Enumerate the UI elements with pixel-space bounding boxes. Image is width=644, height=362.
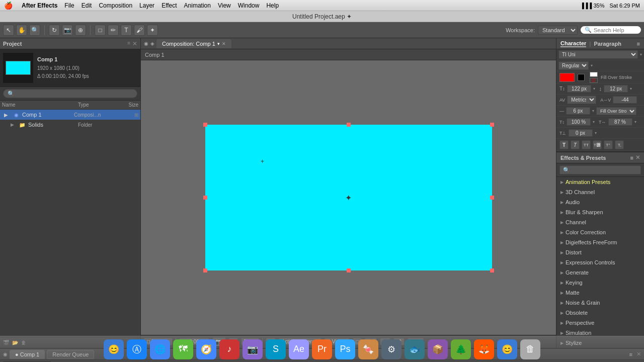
dock-icon-trash[interactable]: 🗑 (520, 339, 540, 359)
dock-icon-iphoto[interactable]: 📷 (243, 339, 263, 359)
menu-animation[interactable]: Animation (184, 2, 211, 9)
handle-bc[interactable] (347, 268, 351, 273)
tool-pen[interactable]: ✏ (108, 25, 119, 36)
tool-zoom[interactable]: 🔍 (29, 25, 40, 36)
tab-character[interactable]: Character (560, 40, 586, 47)
handle-br[interactable] (490, 268, 494, 273)
leading-input[interactable] (604, 85, 628, 93)
apple-menu[interactable]: 🍎 (4, 2, 13, 10)
effect-item-digieffects-freeform[interactable]: ▶Digieffects FreeForm (556, 237, 644, 247)
tool-rotate[interactable]: ↻ (49, 25, 60, 36)
workspace-select[interactable]: Standard Minimal All Panels (538, 26, 578, 35)
reset-fill[interactable] (590, 72, 598, 77)
dock-icon-app7[interactable]: ⚙ (381, 339, 401, 359)
effect-item-color-correction[interactable]: ▶Color Correction (556, 227, 644, 237)
dock-icon-finder2[interactable]: 😊 (497, 339, 517, 359)
effect-item-expression-controls[interactable]: ▶Expression Controls (556, 257, 644, 267)
menu-layer[interactable]: Layer (139, 2, 154, 9)
menu-help[interactable]: Help (266, 2, 279, 9)
baseline-input[interactable] (569, 129, 593, 137)
stroke-type-select[interactable]: Fill Over Stroke Stroke Over Fill (596, 107, 636, 115)
project-search-input[interactable] (3, 89, 137, 98)
dock-icon-safari[interactable]: 🧭 (196, 339, 216, 359)
file-row-comp1[interactable]: ▶ ◉ Comp 1 Composi...n ⊞ (0, 110, 140, 120)
dock-icon-premiere[interactable]: Pr (312, 339, 332, 359)
style-select[interactable]: Regular Bold Italic (558, 61, 589, 70)
dock-icon-app8[interactable]: 🐟 (405, 339, 425, 359)
effect-item-3d-channel[interactable]: ▶3D Channel (556, 187, 644, 197)
tool-rect[interactable]: □ (95, 25, 106, 36)
tool-camera[interactable]: 📷 (62, 25, 73, 36)
effect-item-distort[interactable]: ▶Distort (556, 247, 644, 257)
effect-item-animation-presets[interactable]: ▶Animation Presets (556, 177, 644, 187)
effects-panel-close[interactable]: ✕ (635, 154, 640, 161)
font-select[interactable]: TI Uni (558, 50, 638, 59)
project-panel-close[interactable]: ✕ (132, 40, 137, 47)
vert-scale-input[interactable] (567, 118, 591, 126)
effect-item-blur-&-sharpen[interactable]: ▶Blur & Sharpen (556, 207, 644, 217)
comp-tab-close[interactable]: ✕ (222, 41, 226, 46)
dock-icon-firefox[interactable]: 🦊 (474, 339, 494, 359)
stroke-width-input[interactable] (566, 107, 590, 115)
tab-paragraph[interactable]: Paragraph (594, 41, 621, 47)
handle-bl[interactable] (203, 268, 207, 273)
dock-icon-app6[interactable]: 🍬 (358, 339, 378, 359)
effect-item-channel[interactable]: ▶Channel (556, 217, 644, 227)
char-panel-menu[interactable]: ≡ (637, 41, 640, 47)
dock-icon-itunes[interactable]: ♪ (219, 339, 239, 359)
menu-edit[interactable]: Edit (82, 2, 92, 9)
super-btn[interactable]: T⁺ (604, 140, 613, 149)
tool-text[interactable]: T (121, 25, 132, 36)
effect-item-obsolete[interactable]: ▶Obsolete (556, 308, 644, 318)
handle-tl[interactable] (203, 123, 207, 127)
stroke-color-swatch[interactable] (578, 74, 585, 81)
dock-icon-finder[interactable]: 😊 (104, 339, 124, 359)
handle-ml[interactable] (203, 196, 207, 200)
composition-canvas[interactable]: ✦ + (205, 125, 492, 270)
italic-btn[interactable]: T (571, 140, 580, 149)
tool-select[interactable]: ↖ (3, 25, 14, 36)
search-help-input[interactable] (594, 27, 639, 33)
no-fill[interactable]: ∅ (590, 78, 598, 83)
dock-icon-appstore[interactable]: Ⓐ (127, 339, 147, 359)
font-size-input[interactable] (567, 85, 591, 93)
effect-item-audio[interactable]: ▶Audio (556, 197, 644, 207)
tool-stamp[interactable]: ✦ (147, 25, 158, 36)
dock-icon-app9[interactable]: 📦 (428, 339, 448, 359)
effect-item-keying[interactable]: ▶Keying (556, 278, 644, 288)
handle-mr[interactable] (490, 196, 494, 200)
menu-composition[interactable]: Composition (99, 2, 132, 9)
handle-tc[interactable] (347, 123, 351, 127)
horiz-scale-input[interactable] (608, 118, 632, 126)
comp-tab-main[interactable]: Composition: Comp 1 ▾ ✕ (156, 39, 231, 48)
dock-icon-chrome[interactable]: 🌐 (150, 339, 170, 359)
effects-panel-menu[interactable]: ≡ (630, 155, 633, 161)
effects-search-input[interactable] (559, 165, 641, 174)
tool-hand[interactable]: ✋ (16, 25, 27, 36)
menu-window[interactable]: Window (238, 2, 260, 9)
dock-icon-skype[interactable]: S (266, 339, 286, 359)
effect-item-generate[interactable]: ▶Generate (556, 267, 644, 278)
dock-icon-photoshop[interactable]: Ps (335, 339, 355, 359)
effect-item-noise-&-grain[interactable]: ▶Noise & Grain (556, 298, 644, 308)
menu-view[interactable]: View (218, 2, 231, 9)
bold-btn[interactable]: T (559, 140, 569, 149)
menu-effect[interactable]: Effect (162, 2, 177, 9)
tool-brush[interactable]: 🖌 (134, 25, 145, 36)
file-row-solids[interactable]: ▶ 📁 Solids Folder (0, 120, 140, 130)
project-panel-menu[interactable]: ≡ (127, 40, 130, 47)
smallcaps-btn[interactable]: T͸ (593, 140, 602, 149)
effect-item-matte[interactable]: ▶Matte (556, 288, 644, 298)
tracking-input[interactable] (613, 96, 637, 104)
effect-item-perspective[interactable]: ▶Perspective (556, 318, 644, 328)
dock-icon-maps[interactable]: 🗺 (173, 339, 193, 359)
dock-icon-after-effects[interactable]: Ae (289, 339, 309, 359)
allcaps-btn[interactable]: TT (582, 140, 591, 149)
menu-file[interactable]: File (64, 2, 74, 9)
kern-select[interactable]: Metrics Optical (567, 96, 596, 104)
fill-color-swatch[interactable] (559, 73, 575, 82)
dock-icon-app10[interactable]: 🌲 (451, 339, 471, 359)
tool-pan[interactable]: ⊕ (75, 25, 86, 36)
handle-tr[interactable] (490, 123, 494, 127)
sub-btn[interactable]: T, (615, 140, 624, 149)
